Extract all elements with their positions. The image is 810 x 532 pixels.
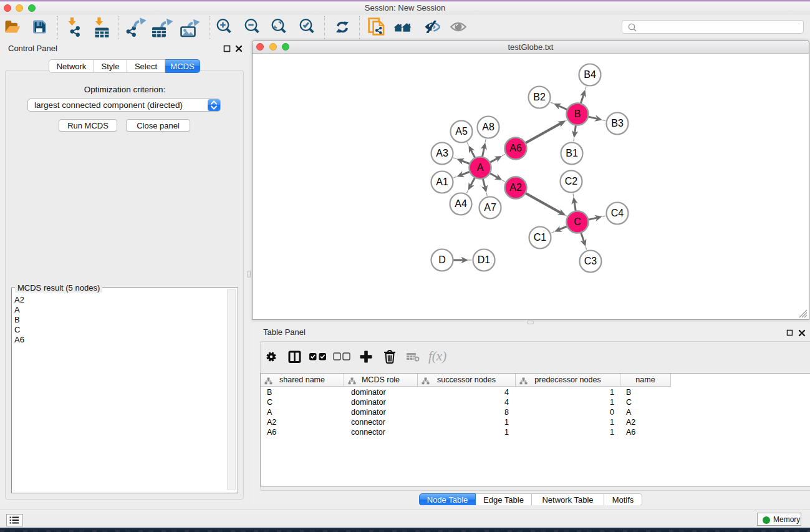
svg-text:A1: A1: [436, 177, 448, 187]
svg-text:B1: B1: [566, 148, 578, 158]
svg-text:B2: B2: [533, 92, 546, 102]
svg-text:C3: C3: [584, 256, 597, 266]
svg-text:A4: A4: [455, 198, 467, 209]
svg-text:C4: C4: [611, 208, 624, 218]
svg-text:C2: C2: [565, 176, 578, 186]
svg-text:B: B: [574, 109, 581, 119]
svg-text:D: D: [438, 254, 446, 265]
svg-text:A7: A7: [484, 202, 496, 213]
svg-text:C: C: [574, 216, 581, 227]
svg-text:A6: A6: [509, 143, 522, 153]
svg-text:C1: C1: [534, 232, 547, 243]
svg-text:B3: B3: [611, 118, 624, 128]
svg-text:A5: A5: [455, 126, 468, 137]
svg-text:A2: A2: [509, 182, 522, 193]
svg-text:A3: A3: [436, 148, 448, 158]
svg-text:D1: D1: [478, 254, 491, 265]
svg-text:A8: A8: [482, 122, 494, 132]
svg-text:A: A: [477, 162, 484, 173]
svg-text:B4: B4: [584, 69, 596, 80]
